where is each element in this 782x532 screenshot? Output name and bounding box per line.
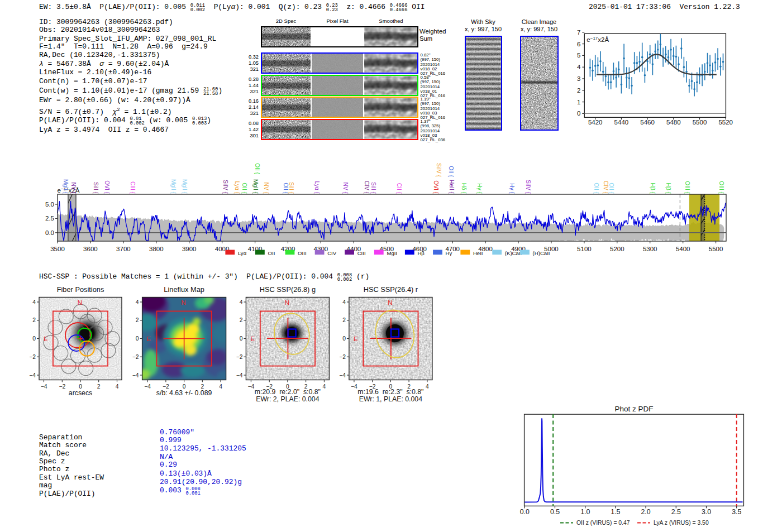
svg-text:1.0: 1.0: [580, 508, 590, 516]
svg-text:LyA z (VIRUS) = 3.50: LyA z (VIRUS) = 3.50: [654, 520, 709, 526]
svg-text:Phot z PDF: Phot z PDF: [614, 405, 653, 413]
svg-text:1.5: 1.5: [611, 508, 620, 516]
svg-text:OII z (VIRUS) = 0.47: OII z (VIRUS) = 0.47: [576, 520, 630, 526]
svg-text:3.0: 3.0: [702, 508, 711, 516]
svg-text:0.5: 0.5: [550, 508, 560, 516]
svg-text:2.5: 2.5: [671, 508, 681, 516]
svg-text:3.5: 3.5: [732, 508, 741, 516]
svg-text:0.0: 0.0: [520, 508, 530, 516]
svg-text:2.0: 2.0: [641, 508, 651, 516]
